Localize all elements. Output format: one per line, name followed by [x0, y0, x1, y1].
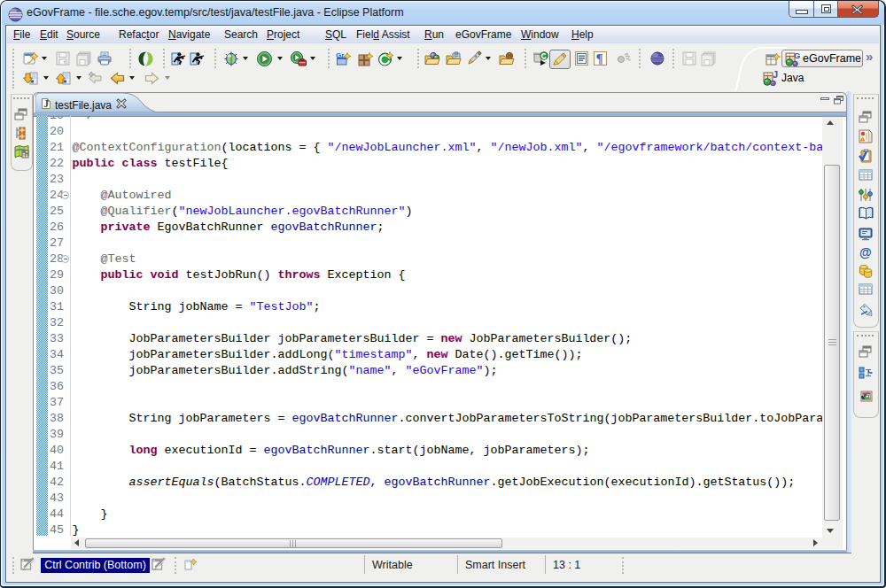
- svg-text:¶: ¶: [596, 51, 603, 66]
- svg-text:J: J: [773, 70, 778, 80]
- svg-text:@: @: [859, 245, 872, 259]
- svg-text:G: G: [794, 51, 800, 60]
- svg-text:J: J: [43, 98, 49, 109]
